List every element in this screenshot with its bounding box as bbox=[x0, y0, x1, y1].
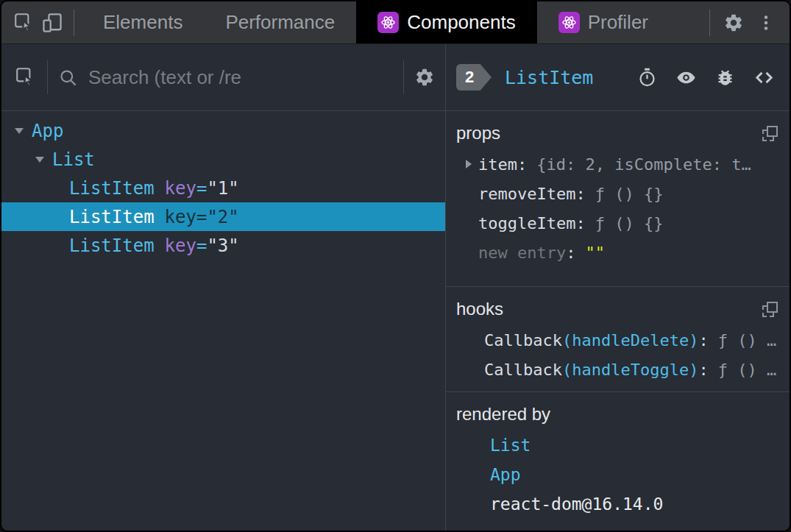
hook-value: ƒ () {} bbox=[718, 331, 778, 350]
tab-label: Profiler bbox=[588, 11, 648, 34]
tab-elements[interactable]: Elements bbox=[82, 1, 204, 43]
tree-row-app[interactable]: App bbox=[1, 116, 445, 145]
prop-value: {id: 2, isComplete: t… bbox=[536, 155, 751, 174]
devtools-window: Elements Performance Components bbox=[0, 0, 791, 532]
prop-name: item bbox=[478, 155, 517, 174]
devtools-menu-button[interactable] bbox=[750, 13, 782, 32]
toolbar-divider bbox=[403, 60, 404, 94]
owner-link[interactable]: App bbox=[490, 465, 521, 484]
hooks-title: hooks bbox=[456, 299, 503, 319]
kebab-menu-icon bbox=[756, 13, 776, 32]
prop-value: ƒ () {} bbox=[595, 185, 664, 203]
colon: : bbox=[698, 361, 708, 379]
hook-row-handledelete[interactable]: Callback(handleDelete):ƒ () {} bbox=[456, 325, 778, 355]
equals-sign: = bbox=[196, 235, 207, 256]
tree-row-listitem-3[interactable]: ListItemkey="3" bbox=[1, 231, 445, 260]
colon: : bbox=[517, 155, 527, 174]
props-section-title-row: props bbox=[456, 123, 778, 143]
hook-row-handletoggle[interactable]: Callback(handleToggle):ƒ () {} bbox=[456, 355, 778, 384]
tab-label: Components bbox=[407, 11, 515, 34]
hook-name: (handleToggle) bbox=[562, 361, 698, 379]
key-attribute: key bbox=[165, 178, 196, 199]
expand-arrow-icon[interactable] bbox=[466, 160, 472, 169]
rendered-by-section: rendered by List App react-dom@16.14.0 bbox=[446, 392, 790, 531]
component-inspector-panel: 2 ListItem bbox=[446, 44, 790, 531]
hook-type: Callback bbox=[484, 331, 562, 350]
tab-label: Performance bbox=[225, 11, 335, 34]
arrow-cell bbox=[459, 160, 478, 169]
rendered-by-react-dom: react-dom@16.14.0 bbox=[456, 489, 778, 519]
new-entry-name-input[interactable]: new entry bbox=[478, 244, 566, 262]
tree-row-list[interactable]: List bbox=[1, 145, 445, 174]
owner-link[interactable]: List bbox=[490, 436, 531, 455]
key-value: "3" bbox=[207, 235, 238, 256]
prop-row-new-entry[interactable]: new entry:"" bbox=[456, 238, 778, 267]
tree-row-listitem-2-selected[interactable]: ListItemkey="2" bbox=[1, 202, 445, 231]
select-element-button[interactable] bbox=[15, 66, 37, 88]
tree-row-listitem-1[interactable]: ListItemkey="1" bbox=[1, 174, 445, 202]
props-section: props item:{id: 2, isComplete: t… remove… bbox=[446, 111, 790, 287]
tab-profiler[interactable]: Profiler bbox=[537, 1, 670, 43]
component-name: List bbox=[52, 149, 95, 170]
expand-arrow-icon[interactable] bbox=[35, 157, 44, 163]
prop-value: ƒ () {} bbox=[595, 214, 664, 233]
component-name: ListItem bbox=[69, 207, 155, 227]
selected-component-name: ListItem bbox=[505, 67, 593, 88]
tree-toolbar bbox=[1, 44, 445, 111]
prop-row-removeitem[interactable]: removeItem:ƒ () {} bbox=[456, 179, 778, 208]
hook-value: ƒ () {} bbox=[718, 361, 778, 379]
inspect-dom-eye-button[interactable] bbox=[675, 67, 697, 88]
component-tree: App List ListItemkey="1" ListItemkey="2"… bbox=[1, 111, 445, 531]
tab-label: Elements bbox=[103, 11, 182, 34]
component-name: ListItem bbox=[69, 178, 155, 199]
tabbar-divider bbox=[74, 10, 74, 36]
tab-components[interactable]: Components bbox=[356, 1, 536, 43]
react-logo-icon bbox=[377, 12, 399, 33]
device-toolbar-button[interactable] bbox=[38, 1, 66, 43]
colon: : bbox=[575, 185, 585, 203]
key-attribute: key bbox=[165, 207, 196, 227]
prop-row-toggleitem[interactable]: toggleItem:ƒ () {} bbox=[456, 208, 778, 238]
search-input[interactable] bbox=[88, 66, 393, 89]
prop-row-item[interactable]: item:{id: 2, isComplete: t… bbox=[456, 149, 778, 179]
component-tree-panel: App List ListItemkey="1" ListItemkey="2"… bbox=[1, 44, 446, 531]
new-entry-value-input[interactable]: "" bbox=[585, 244, 605, 262]
hook-type: Callback bbox=[484, 361, 562, 379]
prop-name: removeItem bbox=[478, 185, 575, 203]
copy-hooks-icon[interactable] bbox=[762, 302, 778, 317]
gear-icon bbox=[723, 13, 744, 33]
expand-arrow-icon[interactable] bbox=[15, 128, 24, 134]
view-source-brackets-button[interactable] bbox=[753, 67, 775, 88]
hooks-section: hooks Callback(handleDelete):ƒ () {} Cal… bbox=[446, 287, 790, 392]
toolbar-divider bbox=[47, 60, 48, 94]
devtools-tabbar: Elements Performance Components bbox=[1, 1, 790, 44]
suspend-stopwatch-button[interactable] bbox=[637, 68, 657, 88]
devtools-settings-button[interactable] bbox=[717, 13, 750, 33]
rendered-by-list-link[interactable]: List bbox=[456, 430, 778, 460]
search-icon bbox=[58, 68, 78, 88]
key-attribute: key bbox=[165, 235, 196, 256]
copy-props-icon[interactable] bbox=[762, 126, 778, 141]
hook-name: (handleDelete) bbox=[562, 331, 698, 350]
key-value: "2" bbox=[207, 207, 238, 227]
rendered-by-app-link[interactable]: App bbox=[456, 460, 778, 489]
key-badge: 2 bbox=[456, 64, 492, 91]
inspector-actions bbox=[637, 67, 775, 88]
components-settings-button[interactable] bbox=[414, 67, 435, 88]
hooks-section-title-row: hooks bbox=[456, 299, 778, 319]
component-name: ListItem bbox=[69, 235, 155, 256]
component-name: App bbox=[32, 121, 63, 141]
inspector-header: 2 ListItem bbox=[446, 44, 790, 111]
equals-sign: = bbox=[196, 178, 207, 199]
colon: : bbox=[566, 244, 575, 262]
tabbar-divider bbox=[709, 10, 710, 36]
inspect-cursor-icon bbox=[13, 12, 35, 34]
renderer-version: react-dom@16.14.0 bbox=[490, 494, 663, 514]
device-toolbar-icon bbox=[41, 12, 63, 34]
tab-performance[interactable]: Performance bbox=[204, 1, 356, 43]
log-to-console-bug-button[interactable] bbox=[715, 68, 735, 88]
rendered-by-title-row: rendered by bbox=[456, 404, 778, 425]
react-logo-icon bbox=[558, 12, 580, 33]
prop-name: toggleItem bbox=[478, 214, 575, 233]
inspect-element-button[interactable] bbox=[10, 1, 38, 43]
